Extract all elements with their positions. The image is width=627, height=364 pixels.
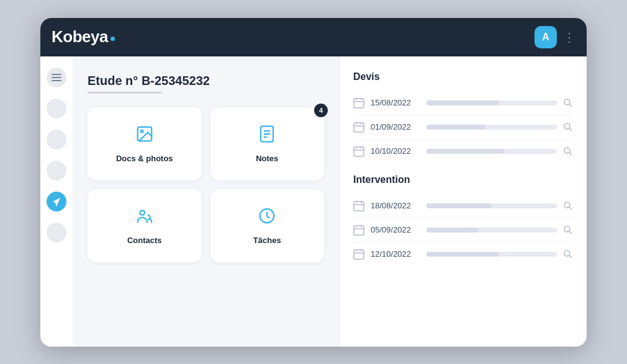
intervention-date-3: 12/10/2022 xyxy=(371,249,420,259)
intervention-bar-inner-3 xyxy=(426,252,498,257)
svg-line-28 xyxy=(569,153,572,155)
calendar-icon-i3 xyxy=(353,249,364,260)
svg-point-33 xyxy=(564,202,570,208)
svg-point-45 xyxy=(564,251,570,256)
devis-item-2: 01/09/2022 xyxy=(353,115,573,140)
devis-date-2: 01/09/2022 xyxy=(371,122,420,131)
svg-line-40 xyxy=(569,231,572,234)
intervention-bar-1 xyxy=(426,203,557,208)
study-title: Etude n° B-25345232 xyxy=(88,74,324,88)
svg-rect-29 xyxy=(354,202,364,211)
calendar-icon-d3 xyxy=(353,146,364,157)
sidebar-item-5[interactable] xyxy=(47,223,66,242)
devis-bar-1 xyxy=(426,100,557,105)
svg-point-15 xyxy=(564,99,570,105)
search-icon-d2[interactable] xyxy=(563,122,573,132)
svg-point-39 xyxy=(564,226,570,232)
devis-item-1: 15/08/2022 xyxy=(353,91,573,115)
svg-line-46 xyxy=(569,255,572,258)
logo: Kobeya xyxy=(52,27,115,47)
left-panel: Etude n° B-25345232 Docs & photos xyxy=(73,56,340,347)
intervention-section: Intervention 18/08/2022 xyxy=(353,174,573,266)
svg-rect-2 xyxy=(52,80,61,81)
main-layout: Etude n° B-25345232 Docs & photos xyxy=(40,56,587,347)
avatar[interactable]: A xyxy=(535,26,557,48)
svg-point-27 xyxy=(564,148,570,153)
docs-photos-label: Docs & photos xyxy=(116,154,173,163)
intervention-item-3: 12/10/2022 xyxy=(353,242,573,266)
svg-rect-11 xyxy=(354,99,364,108)
intervention-item-1: 18/08/2022 xyxy=(353,194,573,218)
devis-date-1: 15/08/2022 xyxy=(371,98,420,107)
devis-date-3: 10/10/2022 xyxy=(371,146,420,156)
devis-bar-inner-3 xyxy=(426,149,505,154)
svg-rect-41 xyxy=(354,250,364,259)
sidebar-item-1[interactable] xyxy=(47,99,66,118)
grid-cards: Docs & photos 4 No xyxy=(88,107,324,262)
search-icon-i1[interactable] xyxy=(563,201,573,211)
search-icon-i3[interactable] xyxy=(563,249,573,259)
sidebar xyxy=(40,56,73,347)
svg-rect-0 xyxy=(52,74,61,75)
sidebar-item-3[interactable] xyxy=(47,161,66,180)
card-contacts[interactable]: Contacts xyxy=(88,189,202,262)
svg-rect-23 xyxy=(354,147,364,156)
svg-line-16 xyxy=(569,104,572,107)
note-icon xyxy=(258,125,276,148)
intervention-bar-inner-1 xyxy=(426,203,492,208)
calendar-icon-d1 xyxy=(353,97,364,109)
intervention-bar-2 xyxy=(426,228,557,233)
calendar-icon-i1 xyxy=(353,200,364,211)
contacts-label: Contacts xyxy=(127,236,162,245)
svg-line-34 xyxy=(569,207,572,210)
svg-line-22 xyxy=(569,128,572,131)
devis-bar-3 xyxy=(426,149,557,154)
logo-dot xyxy=(111,37,115,41)
right-panel: Devis 15/08/2022 xyxy=(340,56,587,347)
intervention-bar-3 xyxy=(426,252,557,257)
intervention-date-2: 05/09/2022 xyxy=(371,225,420,234)
sidebar-item-active[interactable] xyxy=(47,192,66,211)
svg-rect-17 xyxy=(354,123,364,132)
intervention-date-1: 18/08/2022 xyxy=(371,201,420,210)
calendar-icon-i2 xyxy=(353,224,364,236)
devis-bar-inner-1 xyxy=(426,100,498,105)
contacts-icon xyxy=(135,206,154,229)
title-underline xyxy=(88,92,162,94)
devis-bar-inner-2 xyxy=(426,125,485,130)
sidebar-item-2[interactable] xyxy=(47,130,66,149)
app-window: Kobeya A ⋮ Etude n° B-25345232 xyxy=(40,18,587,347)
devis-bar-2 xyxy=(426,125,557,130)
image-icon xyxy=(135,125,154,148)
taches-label: Tâches xyxy=(253,236,281,245)
content-area: Etude n° B-25345232 Docs & photos xyxy=(73,56,587,347)
search-icon-d1[interactable] xyxy=(563,98,573,108)
sidebar-item-menu[interactable] xyxy=(47,68,66,87)
svg-point-9 xyxy=(140,210,145,215)
search-icon-i2[interactable] xyxy=(563,225,573,235)
svg-point-21 xyxy=(564,123,570,129)
svg-rect-35 xyxy=(354,226,364,235)
devis-section: Devis 15/08/2022 xyxy=(353,71,573,163)
search-icon-d3[interactable] xyxy=(563,146,573,156)
top-nav: Kobeya A ⋮ xyxy=(40,18,587,56)
svg-point-4 xyxy=(141,130,143,132)
nav-dots-menu[interactable]: ⋮ xyxy=(563,30,575,45)
notes-label: Notes xyxy=(256,154,278,163)
intervention-title: Intervention xyxy=(353,174,573,185)
clock-icon xyxy=(258,206,276,229)
svg-rect-1 xyxy=(52,77,61,78)
notes-badge: 4 xyxy=(314,104,328,117)
devis-item-3: 10/10/2022 xyxy=(353,140,573,163)
devis-title: Devis xyxy=(353,71,573,82)
intervention-item-2: 05/09/2022 xyxy=(353,218,573,242)
calendar-icon-d2 xyxy=(353,122,364,133)
card-notes[interactable]: 4 Notes xyxy=(210,107,325,180)
card-docs-photos[interactable]: Docs & photos xyxy=(88,107,202,180)
intervention-bar-inner-2 xyxy=(426,228,479,233)
card-taches[interactable]: Tâches xyxy=(210,189,325,262)
